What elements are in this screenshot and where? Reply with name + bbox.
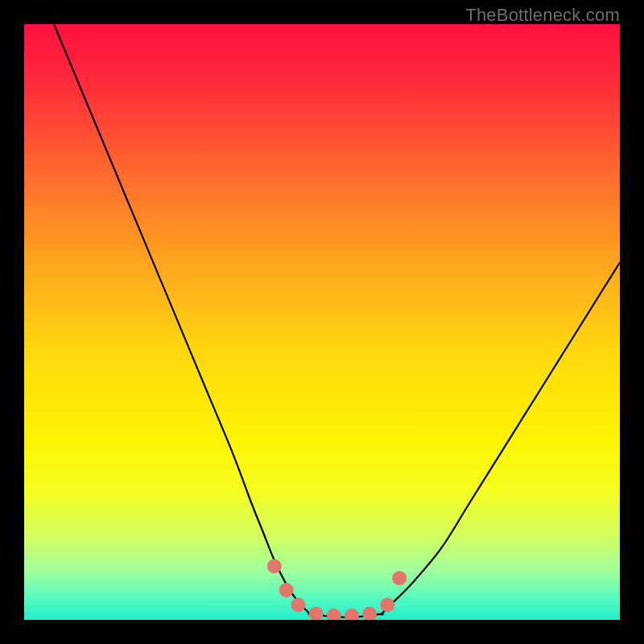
marker-dot: [309, 607, 324, 620]
plot-area: [24, 24, 620, 620]
marker-dot: [267, 559, 282, 573]
watermark-text: TheBottleneck.com: [465, 5, 620, 26]
marker-dot: [392, 571, 407, 585]
curve-layer: [24, 24, 620, 620]
marker-dot: [345, 609, 359, 620]
marker-dot: [279, 583, 294, 597]
marker-dot: [362, 607, 377, 620]
marker-dot: [327, 609, 341, 620]
marker-dot: [380, 598, 394, 613]
bottleneck-curve: [54, 24, 620, 617]
chart-frame: TheBottleneck.com: [0, 0, 644, 644]
marker-dot: [291, 598, 305, 613]
